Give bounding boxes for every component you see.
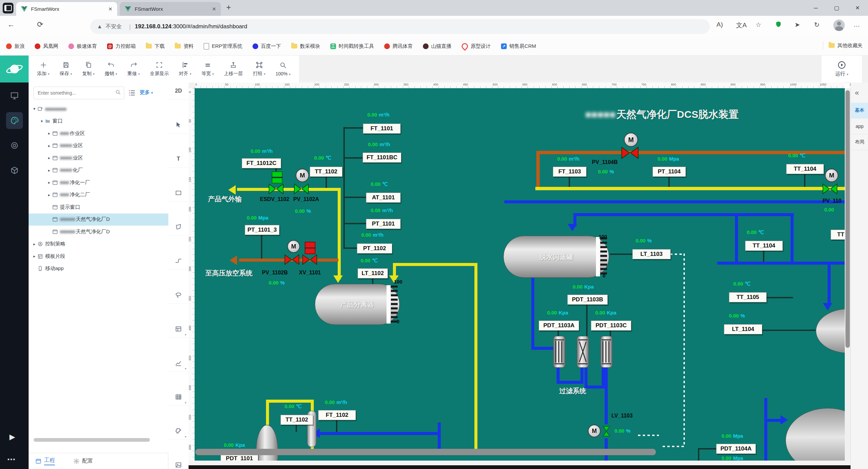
diagram-title[interactable]: ■■■■■天然气净化厂DCS脱水装置 xyxy=(585,108,739,122)
tree-caret-icon[interactable]: ▸ xyxy=(32,242,37,246)
vessel[interactable] xyxy=(785,408,845,461)
pipe-segment[interactable] xyxy=(338,188,341,279)
signal-dash-line[interactable] xyxy=(638,435,659,436)
sidebar-item-screens[interactable] xyxy=(6,87,23,104)
filter-vessel-1[interactable] xyxy=(577,336,589,368)
process-value[interactable]: 0.00Mpa xyxy=(657,156,679,162)
process-value[interactable]: 0.00% xyxy=(598,169,614,175)
process-value[interactable]: 0.00℃ xyxy=(314,155,331,161)
instrument-line[interactable] xyxy=(336,420,337,432)
pipe-segment[interactable] xyxy=(717,261,845,264)
nav-icon-3[interactable] xyxy=(775,21,782,29)
instrument-tag-PT_1101_3[interactable]: PT_1101_3 xyxy=(245,225,279,235)
browser-tab-2[interactable]: FSmartWorx ✕ xyxy=(120,2,221,16)
toolbar-button-打组[interactable]: 打组▾ xyxy=(248,56,270,82)
instrument-tag-PDT_1103A[interactable]: PDT_1103A xyxy=(539,320,579,331)
toolbar-button-添加[interactable]: 添加▾ xyxy=(32,56,55,82)
instrument-tag-FT_1101[interactable]: FT_1101 xyxy=(363,124,401,134)
flow-arrow[interactable] xyxy=(333,275,343,283)
bookmark-10[interactable]: 腾讯体育 xyxy=(384,43,413,50)
tool-pipe[interactable] xyxy=(168,252,189,270)
collapse-panel-icon[interactable]: « xyxy=(855,89,859,97)
motor-indicator[interactable]: M xyxy=(624,133,638,147)
more-menu-icon[interactable]: … xyxy=(854,21,860,28)
sidebar-more-icon[interactable]: ••• xyxy=(7,456,16,463)
instrument-tag-PT_1101[interactable]: PT_1101 xyxy=(366,219,401,229)
new-tab-button[interactable]: + xyxy=(226,3,231,12)
tool-expand-icon[interactable]: ▸ xyxy=(184,401,188,404)
nav-icon-1[interactable]: 文A xyxy=(736,21,747,30)
instrument-line[interactable] xyxy=(343,223,366,224)
bookmark-3[interactable]: @力控邮箱 xyxy=(107,43,136,50)
pipe-segment[interactable] xyxy=(237,188,340,191)
tree-caret-icon[interactable]: ▸ xyxy=(47,131,52,136)
bookmark-8[interactable]: 数采模块 xyxy=(291,43,320,50)
process-value[interactable]: 0.00℃ xyxy=(788,153,805,159)
tree-caret-icon[interactable]: ▸ xyxy=(47,180,52,185)
process-value[interactable]: 0.00 xyxy=(824,207,834,213)
device-label[interactable]: PV_1102A xyxy=(293,196,319,202)
signal-dash-line[interactable] xyxy=(670,253,683,255)
device-label[interactable]: XV_1101 xyxy=(299,270,321,276)
pipe-segment[interactable] xyxy=(531,277,534,348)
process-value[interactable]: 0.00Kpa xyxy=(573,284,594,289)
bookmark-13[interactable]: ↗销售易CRM xyxy=(501,43,536,50)
search-box[interactable] xyxy=(33,87,124,99)
window-minimize[interactable]: ─ xyxy=(805,0,826,16)
process-value[interactable]: 0.00m³/h xyxy=(250,148,273,154)
instrument-line[interactable] xyxy=(668,177,670,187)
bookmark-4[interactable]: 下载 xyxy=(146,43,165,50)
tree-item-控制策略[interactable]: ▸控制策略 xyxy=(29,238,168,250)
process-value[interactable]: 0.00% xyxy=(295,208,311,214)
device-label[interactable]: PV_1104B xyxy=(592,159,618,165)
process-value[interactable]: 0.00℃ xyxy=(733,281,750,287)
instrument-tag-TT_1105[interactable]: TT_1105 xyxy=(729,292,767,302)
motor-indicator[interactable]: M xyxy=(825,169,838,182)
pipe-segment[interactable] xyxy=(735,213,738,263)
process-value[interactable]: 0.00m³/h xyxy=(557,156,580,162)
other-bookmarks[interactable]: 其他收藏夹 xyxy=(823,41,863,50)
signal-dash-line[interactable] xyxy=(662,446,684,447)
instrument-line[interactable] xyxy=(610,253,632,255)
bookmark-1[interactable]: 凤凰网 xyxy=(35,43,58,50)
browser-tab-1[interactable]: FSmartWorx ✕ xyxy=(16,2,117,16)
toolbar-button-复制[interactable]: 复制▾ xyxy=(77,56,100,82)
valve[interactable] xyxy=(284,254,299,265)
instrument-tag-TT_1104[interactable]: TT_1104 xyxy=(745,241,783,251)
tree-item-净化一厂[interactable]: ▸■■■净化一厂 xyxy=(29,177,168,189)
vessel-脱水闪蒸罐[interactable]: 脱水闪蒸罐 xyxy=(503,236,609,278)
process-value[interactable]: 0.00Mpa xyxy=(721,455,743,461)
tree-item-化厂[interactable]: ▸■■■■化厂 xyxy=(29,164,168,177)
instrument-tag-TT_1102[interactable]: TT_1102 xyxy=(280,415,313,425)
workspace-icon[interactable] xyxy=(3,3,13,13)
flow-arrow[interactable] xyxy=(229,255,237,265)
pipe-segment[interactable] xyxy=(266,400,313,403)
device-label[interactable]: LV_1103 xyxy=(612,413,633,419)
tool-text[interactable]: T xyxy=(168,151,189,168)
pipe-segment[interactable] xyxy=(581,367,584,384)
process-value[interactable]: 0.00Mpa xyxy=(721,433,743,439)
sidebar-item-model[interactable] xyxy=(6,162,23,179)
instrument-line[interactable] xyxy=(558,331,559,336)
instrument-line[interactable] xyxy=(569,177,570,187)
pipe-segment[interactable] xyxy=(828,261,831,305)
tree-item-净化二厂[interactable]: ▸■■■净化二厂 xyxy=(29,189,168,201)
search-input[interactable] xyxy=(37,87,113,99)
bookmark-9[interactable]: 工时间戳转换工具 xyxy=(330,43,374,50)
tool-expand-icon[interactable]: ▸ xyxy=(184,333,188,336)
back-icon[interactable]: ← xyxy=(7,20,15,29)
process-value[interactable]: 0.00m³/h xyxy=(367,112,390,118)
valve[interactable] xyxy=(269,184,283,194)
right-tab-app[interactable]: app xyxy=(851,119,868,134)
tree-item-业区[interactable]: ▸■■■■业区 xyxy=(29,152,168,164)
instrument-tag-FT_1103[interactable]: FT_1103 xyxy=(553,167,587,177)
window-close[interactable]: ✕ xyxy=(847,0,868,16)
device-label[interactable]: ESDV_1102 xyxy=(260,196,289,202)
process-value[interactable]: 0.00% xyxy=(636,238,652,243)
tree-item-redacted[interactable]: ▾■■■■■■■ xyxy=(29,103,168,115)
tool-expand-icon[interactable]: ▸ xyxy=(184,367,188,370)
process-value[interactable]: 0.00℃ xyxy=(284,403,302,409)
tool-polygon[interactable] xyxy=(168,219,189,236)
motor-indicator[interactable]: M xyxy=(588,425,601,437)
flow-arrow[interactable] xyxy=(780,415,788,425)
